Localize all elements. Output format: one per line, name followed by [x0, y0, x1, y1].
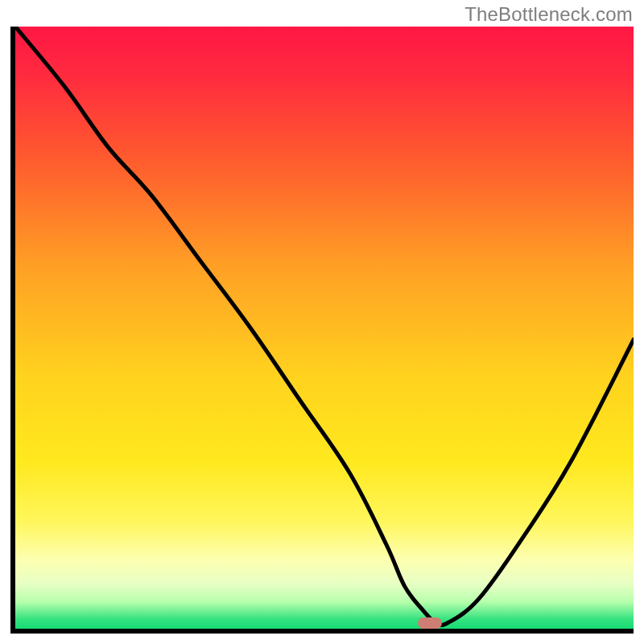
watermark-text: TheBottleneck.com	[464, 3, 633, 26]
plot-area	[10, 27, 634, 634]
gradient-background	[15, 27, 634, 629]
optimal-marker	[418, 617, 442, 629]
chart-frame: TheBottleneck.com	[0, 0, 644, 644]
plot-svg	[15, 27, 634, 629]
